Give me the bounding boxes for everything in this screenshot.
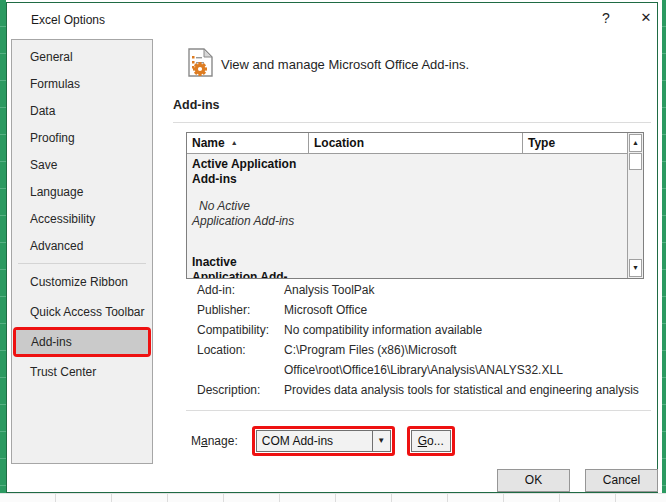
sidebar-item-quick-access-toolbar[interactable]: Quick Access Toolbar: [12, 297, 152, 327]
go-button-label: Go...: [412, 434, 450, 448]
sidebar-item-trust-center[interactable]: Trust Center: [12, 357, 152, 387]
close-icon[interactable]: ✕: [631, 3, 661, 33]
sidebar-item-proofing[interactable]: Proofing: [12, 125, 152, 152]
manage-separator: [186, 410, 651, 411]
detail-value: No compatibility information available: [284, 320, 482, 340]
detail-label: Add-in:: [197, 280, 284, 300]
detail-label: Description:: [197, 380, 284, 400]
excel-options-dialog: Excel Options ? ✕ General Formulas Data …: [6, 2, 658, 493]
column-header-name-label: Name: [192, 136, 225, 150]
column-header-location[interactable]: Location: [309, 133, 523, 153]
sidebar-item-save[interactable]: Save: [12, 152, 152, 179]
addins-section-title: Add-ins: [173, 98, 220, 112]
sidebar-item-addins[interactable]: Add-ins: [16, 330, 148, 354]
addins-highlight-annotation: Add-ins: [13, 327, 151, 357]
section-separator: [173, 122, 651, 123]
detail-label: Publisher:: [197, 300, 284, 320]
detail-row-compatibility: Compatibility: No compatibility informat…: [197, 320, 649, 340]
scrollbar-thumb[interactable]: [629, 153, 642, 170]
excel-window-right-edge: [662, 0, 666, 502]
column-header-name[interactable]: Name▲: [187, 133, 309, 153]
help-icon[interactable]: ?: [591, 3, 621, 33]
excel-worksheet-strip: [0, 493, 666, 502]
manage-dropdown-annotation: COM Add-ins ▼: [252, 426, 395, 456]
column-header-type[interactable]: Type: [523, 133, 627, 153]
detail-label: Location:: [197, 340, 284, 380]
manage-dropdown[interactable]: COM Add-ins ▼: [256, 430, 391, 452]
manage-label: Manage:: [191, 434, 238, 448]
go-button-annotation: Go...: [407, 426, 455, 456]
detail-row-description: Description: Provides data analysis tool…: [197, 380, 649, 400]
intro-description: View and manage Microsoft Office Add-ins…: [221, 57, 469, 72]
dialog-titlebar: Excel Options ? ✕: [7, 3, 657, 39]
detail-value: C:\Program Files (x86)\Microsoft Office\…: [284, 340, 646, 380]
detail-row-publisher: Publisher: Microsoft Office: [197, 300, 649, 320]
ok-button[interactable]: OK: [497, 469, 570, 492]
detail-value: Microsoft Office: [284, 300, 367, 320]
detail-value: Analysis ToolPak: [284, 280, 375, 300]
addins-list-table: Name▲ Location Type Active Application A…: [186, 132, 644, 279]
scroll-down-icon[interactable]: ▼: [629, 259, 642, 277]
manage-row: Manage: COM Add-ins ▼ Go...: [191, 426, 455, 456]
detail-label: Compatibility:: [197, 320, 284, 340]
sort-ascending-icon: ▲: [231, 139, 238, 146]
chevron-down-icon[interactable]: ▼: [372, 431, 390, 451]
detail-row-location: Location: C:\Program Files (x86)\Microso…: [197, 340, 649, 380]
options-sidebar: General Formulas Data Proofing Save Lang…: [11, 39, 153, 464]
sidebar-item-formulas[interactable]: Formulas: [12, 71, 152, 98]
manage-dropdown-value: COM Add-ins: [257, 434, 372, 448]
table-header-row: Name▲ Location Type: [187, 133, 627, 154]
table-scrollbar[interactable]: ▲ ▼: [627, 133, 643, 278]
cancel-button[interactable]: Cancel: [585, 469, 658, 492]
sidebar-item-language[interactable]: Language: [12, 179, 152, 206]
sidebar-item-data[interactable]: Data: [12, 98, 152, 125]
table-body: Active Application Add-ins No Active App…: [187, 154, 627, 278]
table-row-active-group: Active Application Add-ins: [192, 154, 308, 187]
table-row-inactive-group: Inactive Application Add-ins: [192, 255, 304, 278]
sidebar-item-accessibility[interactable]: Accessibility: [12, 206, 152, 233]
sidebar-item-advanced[interactable]: Advanced: [12, 233, 152, 260]
table-row-no-active-note: No Active Application Add-ins: [192, 199, 300, 229]
sidebar-item-customize-ribbon[interactable]: Customize Ribbon: [12, 267, 152, 297]
go-button[interactable]: Go...: [411, 430, 451, 452]
dialog-title: Excel Options: [31, 13, 105, 27]
document-gear-icon: [187, 48, 214, 77]
scroll-up-icon[interactable]: ▲: [629, 134, 642, 152]
sidebar-item-general[interactable]: General: [12, 44, 152, 71]
detail-row-addin: Add-in: Analysis ToolPak: [197, 280, 649, 300]
addin-details-panel: Add-in: Analysis ToolPak Publisher: Micr…: [197, 280, 649, 400]
sidebar-divider: [18, 263, 146, 264]
scrollbar-track[interactable]: [628, 170, 643, 258]
detail-value: Provides data analysis tools for statist…: [284, 380, 639, 400]
